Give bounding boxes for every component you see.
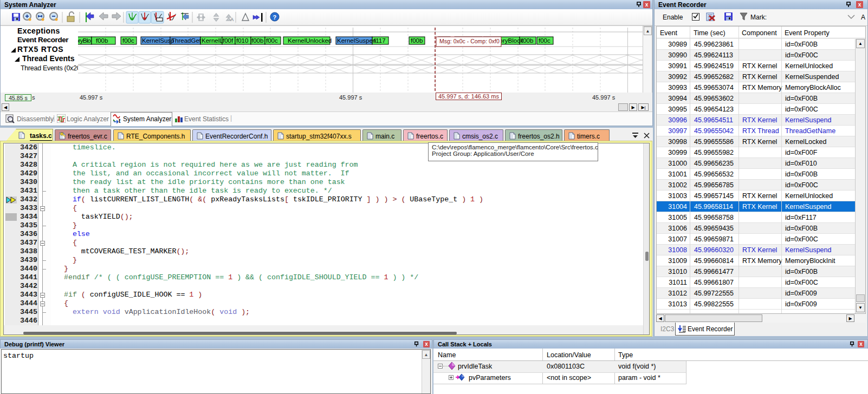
- svg-text:KernelUnlocked: KernelUnlocked: [288, 37, 332, 44]
- svg-text:f00b: f00b: [411, 37, 423, 44]
- svg-text:oryBlo: oryBlo: [78, 37, 91, 44]
- svg-text:KernelSusp: KernelSusp: [142, 37, 174, 44]
- svg-text:Msg: 0x0c - Comp: 0xf0: Msg: 0x0c - Comp: 0xf0: [439, 38, 500, 44]
- svg-text:KernelSuspen: KernelSuspen: [337, 37, 376, 44]
- svg-text:f00b: f00b: [96, 37, 108, 44]
- svg-text:f00b: f00b: [521, 37, 533, 44]
- svg-text:f00f: f00f: [223, 37, 234, 44]
- svg-text:f010: f010: [236, 37, 248, 44]
- svg-text:KernelL: KernelL: [202, 37, 223, 44]
- svg-text:f00c: f00c: [122, 37, 134, 44]
- svg-text:f00b: f00b: [251, 37, 263, 44]
- svg-text:A: A: [230, 17, 234, 22]
- svg-text:f117: f117: [374, 37, 386, 44]
- svg-text:?: ?: [273, 14, 277, 21]
- svg-text:ThreadGet: ThreadGet: [171, 37, 202, 44]
- svg-text:f00c: f00c: [539, 37, 550, 44]
- svg-text:f00c: f00c: [266, 37, 278, 44]
- svg-text:t: t: [119, 118, 121, 123]
